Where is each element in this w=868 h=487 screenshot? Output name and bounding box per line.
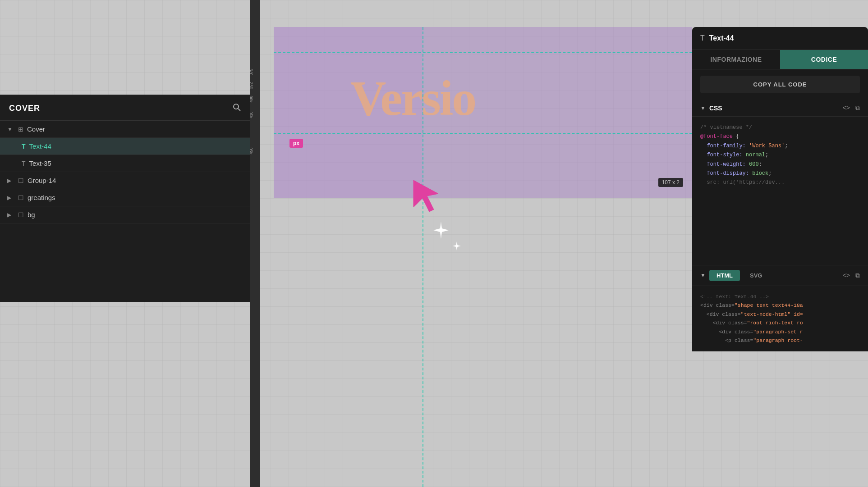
tab-informazione[interactable]: INFORMAZIONE — [692, 50, 780, 69]
html-tab-bar: ▼ HTML SVG <> ⧉ — [692, 265, 868, 286]
search-icon[interactable] — [232, 103, 241, 114]
sparkle-small-icon — [452, 241, 462, 253]
layer-label: Text-44 — [29, 142, 51, 150]
layer-label: Group-14 — [28, 177, 56, 184]
code-line-weight: font-weight: 600; — [700, 160, 860, 169]
sparkle-large-icon — [432, 221, 450, 241]
chevron-right-icon: ▶ — [7, 195, 14, 201]
tab-bar: INFORMAZIONE CODICE — [692, 50, 868, 69]
text-icon: T — [22, 160, 26, 167]
group-icon: ☐ — [18, 194, 24, 201]
right-panel-header: T Text-44 — [692, 27, 868, 50]
tab-svg[interactable]: SVG — [743, 270, 769, 281]
code-line-fontface: @font-face { — [700, 132, 860, 141]
html-chevron-icon[interactable]: ▼ — [700, 272, 706, 278]
code-line-src: src: url('https://dev... — [700, 178, 860, 187]
layer-item-bg[interactable]: ▶ ☐ bg — [0, 206, 250, 223]
html-line-2: <div class="text-node-html" id= — [700, 310, 860, 319]
css-section-icons: <> ⧉ — [843, 104, 860, 112]
html-copy-icon[interactable]: ⧉ — [855, 272, 860, 279]
background-area: COVER ▼ ⊞ Cover T Text-44 T — [0, 0, 868, 487]
code-line-comment: /* vietnamese */ — [700, 123, 860, 132]
canvas-area: 375 392 400 416 450 px Versio 107 x 2 — [250, 0, 692, 487]
tab-html[interactable]: HTML — [709, 270, 740, 281]
size-tooltip: 107 x 2 — [658, 178, 683, 187]
text-type-icon: T — [700, 34, 705, 42]
layer-label: Text-35 — [29, 159, 51, 167]
code-line-display: font-display: block; — [700, 169, 860, 178]
code-line-style: font-style: normal; — [700, 150, 860, 159]
layer-item-greatings[interactable]: ▶ ☐ greatings — [0, 189, 250, 206]
h-guide-top — [274, 52, 692, 53]
panel-header: COVER — [0, 95, 250, 121]
html-section-left: ▼ HTML SVG — [700, 270, 769, 281]
tab-codice[interactable]: CODICE — [780, 50, 868, 69]
layer-item-text44[interactable]: T Text-44 — [0, 138, 250, 155]
canvas-main-text: Versio — [350, 70, 475, 127]
right-panel-title: Text-44 — [709, 34, 734, 42]
right-panel: T Text-44 INFORMAZIONE CODICE COPY ALL C… — [692, 27, 868, 351]
css-chevron-icon[interactable]: ▼ — [700, 105, 706, 111]
layer-label: Cover — [27, 125, 45, 133]
html-line-3: <div class="root rich-text ro — [700, 319, 860, 328]
group-icon: ☐ — [18, 211, 24, 218]
layer-list: ▼ ⊞ Cover T Text-44 T Text-35 ▶ ☐ Group-… — [0, 121, 250, 302]
html-tabs: HTML SVG — [709, 270, 770, 281]
copy-all-button[interactable]: COPY ALL CODE — [700, 76, 860, 93]
css-section-label: CSS — [709, 105, 722, 112]
css-section-header: ▼ CSS <> ⧉ — [692, 100, 868, 117]
frame-icon: ⊞ — [18, 126, 23, 133]
layer-item-text35[interactable]: T Text-35 — [0, 155, 250, 172]
code-line-family: font-family: 'Work Sans'; — [700, 141, 860, 150]
chevron-right-icon: ▶ — [7, 212, 14, 218]
html-code-view-icon[interactable]: <> — [843, 272, 850, 279]
html-code-block: <!-- text: Text-44 --> <div class="shape… — [692, 286, 868, 351]
text-icon: T — [22, 143, 26, 150]
px-badge: px — [289, 139, 303, 148]
code-view-icon[interactable]: <> — [843, 104, 850, 112]
group-icon: ☐ — [18, 177, 24, 184]
svg-line-1 — [238, 109, 240, 111]
css-code-block: /* vietnamese */ @font-face { font-famil… — [692, 117, 868, 265]
copy-icon[interactable]: ⧉ — [855, 104, 860, 112]
canvas-content: px Versio 107 x 2 — [260, 0, 692, 487]
html-code-comment: <!-- text: Text-44 --> — [700, 292, 860, 301]
svg-point-0 — [234, 104, 239, 109]
layer-label: greatings — [28, 194, 55, 201]
html-line-4: <div class="paragraph-set r — [700, 328, 860, 337]
html-line-1: <div class="shape text text44-18a — [700, 301, 860, 310]
html-section-icons: <> ⧉ — [843, 272, 860, 279]
chevron-down-icon: ▼ — [7, 126, 14, 132]
css-section-left: ▼ CSS — [700, 105, 722, 112]
html-line-5: <p class="paragraph root- — [700, 336, 860, 345]
layers-panel: COVER ▼ ⊞ Cover T Text-44 T — [0, 95, 250, 302]
layer-item-group14[interactable]: ▶ ☐ Group-14 — [0, 172, 250, 189]
panel-title: COVER — [9, 104, 40, 113]
h-guide-bottom — [274, 133, 692, 134]
layer-item-cover[interactable]: ▼ ⊞ Cover — [0, 121, 250, 138]
vertical-ruler: 375 392 400 416 450 — [250, 0, 260, 487]
chevron-right-icon: ▶ — [7, 178, 14, 184]
layer-label: bg — [28, 211, 35, 218]
